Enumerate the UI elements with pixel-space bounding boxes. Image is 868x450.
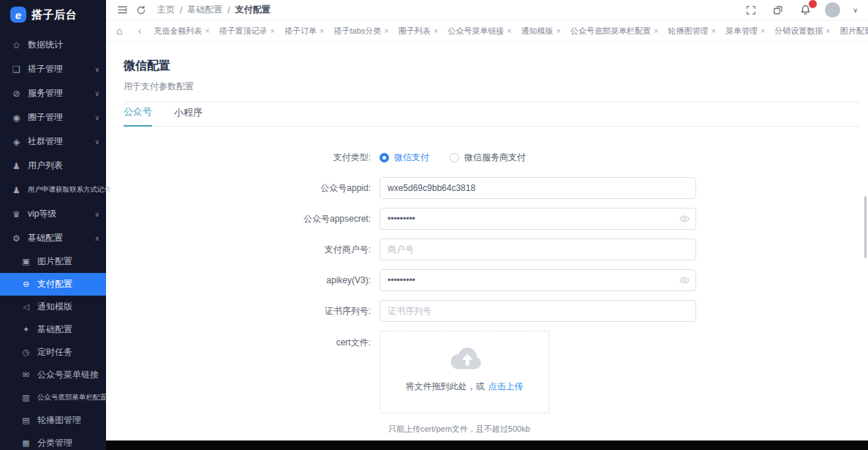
sidebar-item-label: 社群管理 (28, 135, 63, 148)
close-icon[interactable]: × (434, 26, 438, 35)
eye-icon[interactable] (679, 275, 690, 285)
header-actions: ∨ (744, 2, 858, 18)
sidebar-subitem-mp-bottom-menu-config[interactable]: ▥ 公众号底部菜单栏配置 (0, 386, 106, 409)
appsecret-input[interactable] (380, 208, 696, 230)
apikey-input[interactable] (380, 269, 696, 291)
breadcrumb-item[interactable]: 主页 (157, 4, 175, 16)
tab-label: 公众号菜单链接 (448, 26, 504, 37)
tab-gongzhonghao[interactable]: 公众号 (124, 105, 152, 127)
breadcrumb-item[interactable]: 基础配置 (187, 4, 222, 16)
sidebar-subitem-label: 支付配置 (37, 278, 72, 290)
sidebar-item-basic-config[interactable]: ⚙ 基础配置 ∧ (0, 226, 106, 250)
click-upload-link[interactable]: 点击上传 (488, 381, 524, 391)
apikey-label: apikey(V3): (124, 275, 380, 285)
tab-label: 圈子列表 (399, 26, 431, 37)
sidebar-item-stats[interactable]: ✩ 数据统计 (0, 33, 106, 57)
merchant-id-label: 支付商户号: (124, 244, 380, 256)
avatar[interactable] (825, 2, 840, 18)
tab-miniprogram[interactable]: 小程序 (174, 106, 203, 126)
app-logo[interactable]: e 搭子后台 (0, 0, 106, 27)
sidebar-subitem-image-config[interactable]: ▣ 图片配置 (0, 250, 106, 273)
appid-row: 公众号appid: (124, 177, 868, 199)
cert-upload-dropzone[interactable]: 将文件拖到此处，或点击上传 (380, 331, 549, 413)
close-icon[interactable]: × (711, 26, 715, 35)
radio-wechat-pay[interactable]: 微信支付 (380, 151, 429, 164)
scrollbar[interactable] (864, 196, 867, 258)
tab-item[interactable]: 搭子订单 × (284, 20, 324, 42)
sidebar-menu: ✩ 数据统计 ❏ 搭子管理 ∨ ⊘ 服务管理 ∨ ◉ 圈子管理 ∨ ◈ 社群管理… (0, 33, 106, 450)
sidebar-subitem-basic-config[interactable]: ✦ 基础配置 (0, 318, 106, 341)
eye-icon[interactable] (679, 214, 690, 224)
chevron-up-icon: ∧ (94, 235, 99, 242)
sidebar-item-vip-level[interactable]: ♛ vip等级 ∨ (0, 202, 106, 226)
sidebar-item-service-manage[interactable]: ⊘ 服务管理 ∨ (0, 81, 106, 105)
close-icon[interactable]: × (384, 26, 388, 35)
sidebar-subitem-notify-template[interactable]: ◁ 通知模版 (0, 296, 106, 318)
sidebar-subitem-label: 公众号底部菜单栏配置 (37, 393, 107, 402)
sidebar-subitem-mp-menu-links[interactable]: ✉ 公众号菜单链接 (0, 364, 106, 386)
home-tab-icon[interactable]: ⌂ (116, 25, 122, 37)
sidebar-subitem-pay-config[interactable]: ⊖ 支付配置 (0, 273, 106, 296)
chevron-down-icon: ∨ (94, 138, 99, 146)
sidebar-item-quanzi-manage[interactable]: ◉ 圈子管理 ∨ (0, 105, 106, 130)
chevron-down-icon[interactable]: ∨ (853, 7, 858, 14)
sidebar-item-dazi-manage[interactable]: ❏ 搭子管理 ∨ (0, 57, 106, 81)
sidebar-item-label: 圈子管理 (28, 111, 63, 124)
close-icon[interactable]: × (507, 26, 511, 35)
appsecret-input-wrap (380, 208, 696, 230)
category-icon: ▦ (20, 438, 31, 448)
sidebar-item-user-contact-records[interactable]: ♟ 用户申请获取联系方式记录 (0, 178, 106, 202)
message-icon: ✉ (20, 370, 31, 380)
page-subtitle: 用于支付参数配置 (124, 80, 868, 93)
sidebar-item-label: 服务管理 (28, 87, 63, 100)
close-icon[interactable]: × (271, 26, 275, 35)
sidebar-item-label: vip等级 (28, 208, 56, 220)
tab-item[interactable]: 充值金额列表 × (154, 20, 209, 42)
tab-item[interactable]: 公众号菜单链接 × (448, 20, 511, 42)
close-icon[interactable]: × (320, 26, 324, 35)
radio-wechat-provider-pay[interactable]: 微信服务商支付 (450, 151, 526, 164)
fullscreen-icon[interactable] (744, 3, 758, 18)
pay-type-row: 支付类型: 微信支付 微信服务商支付 (124, 146, 868, 168)
circle-icon: ◉ (11, 113, 22, 123)
sidebar-subitem-carousel-manage[interactable]: ▤ 轮播图管理 (0, 409, 106, 432)
sidebar-item-community-manage[interactable]: ◈ 社群管理 ∨ (0, 130, 106, 154)
refresh-icon[interactable] (134, 3, 148, 18)
tab-item[interactable]: 分销设置数据 × (774, 20, 830, 42)
tab-item[interactable]: 圈子列表 × (399, 20, 438, 42)
merchant-id-input[interactable] (380, 239, 696, 260)
radio-unselected-icon (450, 153, 459, 162)
notifications-bell-icon[interactable] (798, 3, 812, 18)
tab-item[interactable]: 图片配置 × (840, 20, 868, 42)
sidebar-subitem-label: 定时任务 (37, 346, 72, 359)
tab-item[interactable]: 菜单管理 × (725, 20, 765, 42)
tab-item[interactable]: 公众号底部菜单栏配置 × (570, 20, 658, 42)
cert-serial-label: 证书序列号: (124, 305, 380, 318)
platform-tabs: 公众号 小程序 (124, 102, 861, 127)
pay-icon: ⊖ (20, 280, 31, 289)
close-icon[interactable]: × (205, 26, 209, 35)
clone-squares-icon[interactable] (771, 3, 785, 18)
tab-item[interactable]: 通知模版 × (521, 20, 561, 42)
close-icon[interactable]: × (761, 26, 765, 35)
sidebar-subitem-category-manage[interactable]: ▦ 分类管理 (0, 432, 106, 450)
appid-input[interactable] (380, 177, 696, 199)
tab-item[interactable]: 轮播图管理 × (668, 20, 715, 42)
sidebar-item-user-list[interactable]: ♟ 用户列表 (0, 154, 106, 178)
tab-item[interactable]: 搭子tabs分类 × (333, 20, 388, 42)
close-icon[interactable]: × (654, 26, 658, 35)
community-icon: ◈ (11, 137, 22, 147)
cloud-upload-icon (445, 343, 484, 372)
collapse-sidebar-icon[interactable] (115, 3, 129, 18)
close-icon[interactable]: × (826, 26, 830, 35)
tab-label: 图片配置 (840, 26, 868, 37)
speaker-icon: ◁ (20, 302, 31, 312)
apikey-row: apikey(V3): (124, 269, 868, 291)
tab-item[interactable]: 搭子置顶记录 × (219, 20, 275, 42)
sidebar-subitem-cron-tasks[interactable]: ◷ 定时任务 (0, 341, 106, 364)
image-icon: ▣ (20, 257, 31, 266)
breadcrumb: 主页 / 基础配置 / 支付配置 (157, 4, 271, 16)
close-icon[interactable]: × (556, 26, 561, 35)
cert-serial-input[interactable] (380, 300, 696, 322)
tabs-scroll-left-icon[interactable]: ‹ (137, 25, 141, 37)
